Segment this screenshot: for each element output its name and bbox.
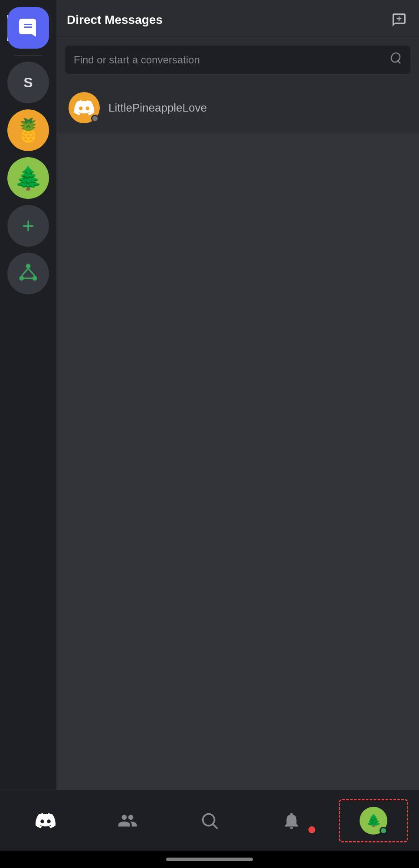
sidebar-item-server-s[interactable]: S [7, 62, 49, 103]
profile-status-dot [380, 827, 387, 835]
discover-icon [17, 262, 39, 285]
dm-panel: Direct Messages Find or start a conversa… [56, 0, 419, 790]
sidebar-item-server-tree[interactable]: 🌲 [7, 157, 49, 199]
server-s-label: S [23, 75, 33, 91]
dm-avatar-wrapper [69, 92, 100, 123]
sidebar-item-discover[interactable] [7, 253, 49, 294]
search-bar[interactable]: Find or start a conversation [65, 46, 410, 74]
dm-icon [16, 16, 40, 40]
svg-line-3 [22, 268, 28, 276]
sidebar-divider [14, 55, 42, 56]
svg-point-6 [203, 814, 215, 825]
sidebar-item-wrapper-dm [7, 7, 49, 49]
server-sidebar: S 🍍 🌲 + [0, 0, 56, 790]
svg-point-0 [26, 264, 31, 268]
search-icon [389, 52, 402, 68]
dm-header: Direct Messages [56, 0, 419, 37]
new-dm-button[interactable] [390, 10, 409, 30]
profile-avatar-wrapper: 🌲 [360, 807, 387, 835]
dm-name-littlepineapplelove: LittlePineappleLove [108, 101, 207, 115]
nav-item-search[interactable] [175, 799, 244, 842]
dm-item-littlepineapplelove[interactable]: LittlePineappleLove [62, 86, 414, 129]
dm-content-area [56, 133, 419, 790]
status-dot-littlepineapplelove [91, 115, 99, 122]
dm-title: Direct Messages [67, 13, 163, 27]
bottom-nav: 🌲 [0, 790, 419, 851]
nav-item-profile[interactable]: 🌲 [339, 799, 408, 842]
bell-icon [282, 811, 301, 831]
pineapple-emoji: 🍍 [14, 117, 43, 144]
search-nav-icon [200, 811, 219, 831]
search-placeholder: Find or start a conversation [74, 54, 200, 66]
sidebar-item-direct-messages[interactable] [7, 7, 49, 49]
notification-badge [307, 825, 317, 835]
discord-wumpus-icon [74, 98, 94, 118]
home-indicator [0, 851, 419, 868]
sidebar-item-add-server[interactable]: + [7, 205, 49, 247]
nav-item-home[interactable] [11, 799, 80, 842]
friends-icon [118, 811, 137, 831]
compose-icon [391, 12, 407, 28]
add-server-label: + [22, 215, 34, 236]
nav-item-friends[interactable] [93, 799, 162, 842]
dm-list: LittlePineappleLove [56, 83, 419, 133]
nav-item-notifications[interactable] [257, 799, 326, 842]
sidebar-item-server-pineapple[interactable]: 🍍 [7, 109, 49, 151]
home-indicator-bar [166, 858, 253, 861]
svg-line-4 [28, 268, 35, 276]
tree-emoji: 🌲 [14, 165, 43, 191]
svg-line-7 [213, 824, 217, 828]
discord-home-icon [36, 811, 56, 831]
